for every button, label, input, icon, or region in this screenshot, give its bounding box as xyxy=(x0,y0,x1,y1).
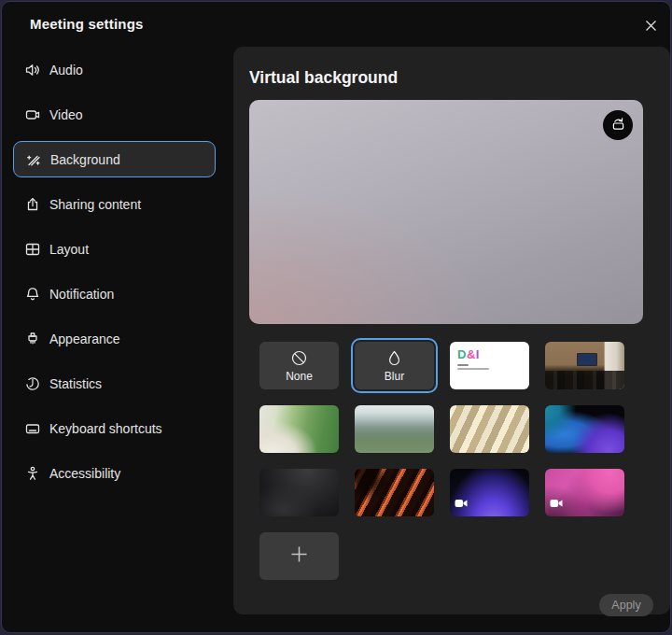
background-tile-none[interactable]: None xyxy=(259,342,339,389)
accessibility-person-icon xyxy=(24,465,41,482)
tile-label: Blur xyxy=(385,371,404,383)
prohibited-icon xyxy=(290,349,308,370)
flip-camera-icon xyxy=(610,116,626,135)
virtual-background-panel: Virtual background xyxy=(233,47,670,614)
tile-label: None xyxy=(286,371,313,383)
background-tile-orange-marble[interactable] xyxy=(355,469,434,516)
water-drop-icon xyxy=(386,349,402,370)
sidebar-item-notification[interactable]: Notification xyxy=(2,272,233,317)
sidebar-item-video[interactable]: Video xyxy=(2,92,233,137)
layout-grid-icon xyxy=(24,241,41,258)
bell-icon xyxy=(24,286,41,303)
apply-button[interactable]: Apply xyxy=(599,594,653,616)
sidebar-item-label: Appearance xyxy=(49,332,120,346)
video-camera-icon xyxy=(24,106,41,123)
sidebar-item-appearance[interactable]: Appearance xyxy=(2,317,233,361)
video-camera-icon xyxy=(455,495,468,512)
sidebar-item-label: Notification xyxy=(49,287,114,302)
video-camera-icon xyxy=(550,495,563,512)
add-background-button[interactable] xyxy=(259,532,339,580)
background-tile-dni-logo[interactable]: D&I xyxy=(450,342,529,389)
sidebar-item-layout[interactable]: Layout xyxy=(2,227,233,272)
close-button[interactable] xyxy=(640,15,661,35)
statistics-dial-icon xyxy=(24,375,41,392)
sidebar-item-label: Audio xyxy=(49,63,83,78)
flip-camera-button[interactable] xyxy=(603,110,633,140)
meeting-settings-dialog: Meeting settings Audio xyxy=(1,1,671,633)
sidebar-item-accessibility[interactable]: Accessibility xyxy=(2,451,233,496)
background-options-grid: None Blur D&I xyxy=(259,342,624,580)
background-tile-blurred-mountains[interactable] xyxy=(355,405,434,453)
panel-heading: Virtual background xyxy=(249,68,398,88)
titlebar: Meeting settings xyxy=(2,2,670,47)
sidebar-item-statistics[interactable]: Statistics xyxy=(2,361,233,406)
camera-preview xyxy=(249,100,643,324)
sidebar-item-sharing-content[interactable]: Sharing content xyxy=(2,182,233,227)
speaker-icon xyxy=(24,62,41,78)
dni-logo: D&I xyxy=(457,348,529,361)
sidebar-item-label: Accessibility xyxy=(49,466,120,481)
background-tile-purple-glow-video[interactable] xyxy=(450,469,529,516)
background-tile-dark-swirl[interactable] xyxy=(259,469,339,516)
sidebar-item-audio[interactable]: Audio xyxy=(2,48,233,92)
background-tile-blur[interactable]: Blur xyxy=(355,342,434,389)
sidebar-item-label: Video xyxy=(49,107,83,122)
plus-icon xyxy=(289,544,309,568)
keyboard-icon xyxy=(24,420,41,437)
sidebar-item-label: Sharing content xyxy=(49,197,141,212)
magic-wand-icon xyxy=(25,151,42,168)
close-icon xyxy=(644,19,658,33)
background-tile-office-interior[interactable] xyxy=(545,342,624,389)
settings-nav: Audio Video Background xyxy=(2,48,233,496)
sidebar-item-keyboard-shortcuts[interactable]: Keyboard shortcuts xyxy=(2,406,233,451)
background-tile-living-room[interactable] xyxy=(259,405,339,453)
sidebar-item-label: Layout xyxy=(49,242,89,257)
sidebar-item-label: Background xyxy=(50,152,120,167)
sidebar-item-label: Statistics xyxy=(49,376,102,391)
share-icon xyxy=(24,196,41,213)
background-tile-pink-waves-video[interactable] xyxy=(545,469,624,516)
sidebar-item-label: Keyboard shortcuts xyxy=(49,421,162,436)
dni-caption-line xyxy=(457,368,489,370)
dni-caption-line xyxy=(457,364,469,366)
background-tile-abstract-blue-purple[interactable] xyxy=(545,405,624,453)
background-tile-window-light[interactable] xyxy=(450,405,529,453)
sidebar-item-background[interactable]: Background xyxy=(13,141,216,177)
dialog-title: Meeting settings xyxy=(30,16,144,32)
paint-brush-icon xyxy=(24,331,41,347)
